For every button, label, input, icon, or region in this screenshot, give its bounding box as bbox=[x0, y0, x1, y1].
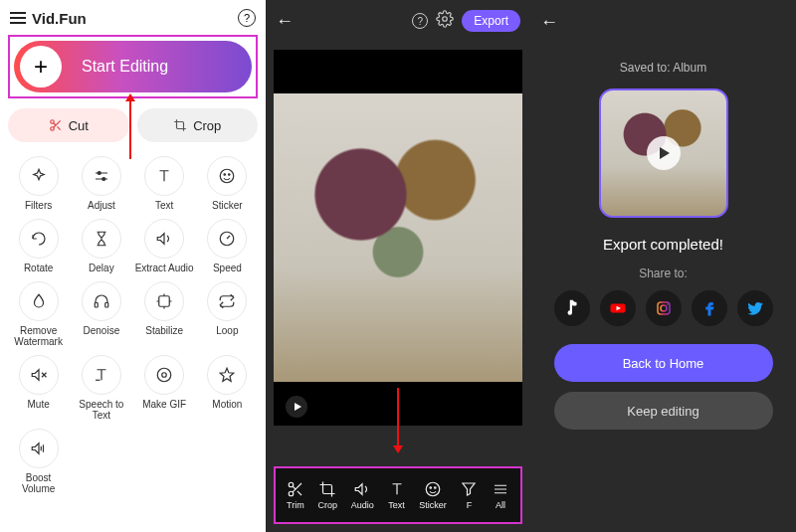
toolbar-sticker[interactable]: Sticker bbox=[419, 480, 447, 510]
keep-editing-button[interactable]: Keep editing bbox=[554, 392, 773, 430]
tool-label: Mute bbox=[28, 399, 50, 410]
tool-grid: FiltersAdjustTextStickerRotateDelayExtra… bbox=[8, 154, 258, 496]
tool-label: Speed bbox=[213, 263, 242, 273]
scissors-icon bbox=[287, 480, 304, 498]
start-editing-button[interactable]: + Start Editing bbox=[14, 41, 252, 92]
toolbar-text[interactable]: Text bbox=[388, 480, 406, 510]
export-complete-label: Export completed! bbox=[603, 236, 723, 253]
svg-rect-8 bbox=[95, 303, 98, 308]
share-facebook-button[interactable] bbox=[692, 290, 727, 326]
editor-panel: ← ? Export TrimCropAudioTextStickerFAll bbox=[266, 0, 530, 532]
tool-motion[interactable]: Motion bbox=[197, 353, 258, 423]
svg-point-0 bbox=[50, 120, 54, 124]
share-tiktok-button[interactable] bbox=[554, 290, 590, 326]
export-button[interactable]: Export bbox=[462, 10, 520, 32]
tool-label: Delay bbox=[89, 263, 114, 273]
tool-filters[interactable]: Filters bbox=[8, 154, 69, 213]
tool-label: Sticker bbox=[212, 200, 243, 211]
tool-make-gif[interactable]: Make GIF bbox=[134, 353, 195, 423]
gif-icon bbox=[144, 355, 184, 395]
audio-icon bbox=[353, 480, 371, 498]
text-icon bbox=[144, 156, 184, 196]
svg-point-3 bbox=[102, 178, 105, 181]
cut-button[interactable]: Cut bbox=[8, 108, 129, 142]
home-header: Vid.Fun ? bbox=[8, 5, 258, 35]
tool-label: Remove Watermark bbox=[8, 325, 69, 347]
tool-label: Make GIF bbox=[142, 399, 186, 410]
back-to-home-button[interactable]: Back to Home bbox=[554, 344, 773, 382]
share-instagram-button[interactable] bbox=[646, 290, 682, 326]
boost-icon bbox=[19, 429, 59, 468]
saved-to-label: Saved to: Album bbox=[620, 61, 706, 75]
tool-mute[interactable]: Mute bbox=[8, 353, 69, 423]
export-thumbnail[interactable] bbox=[599, 89, 728, 218]
svg-point-6 bbox=[229, 174, 231, 176]
toolbar-crop[interactable]: Crop bbox=[318, 480, 338, 510]
help-icon[interactable]: ? bbox=[412, 13, 428, 29]
svg-point-16 bbox=[426, 482, 440, 496]
settings-icon[interactable] bbox=[436, 10, 454, 32]
tool-loop[interactable]: Loop bbox=[197, 279, 258, 349]
home-panel: Vid.Fun ? + Start Editing Cut Crop Filte… bbox=[0, 0, 266, 532]
video-preview[interactable] bbox=[274, 50, 522, 426]
tool-label: Extract Audio bbox=[135, 263, 194, 273]
svg-point-21 bbox=[661, 305, 667, 311]
tool-adjust[interactable]: Adjust bbox=[71, 154, 131, 213]
tool-speed[interactable]: Speed bbox=[197, 217, 258, 275]
share-youtube-button[interactable] bbox=[600, 290, 636, 326]
crop-button[interactable]: Crop bbox=[137, 108, 259, 142]
hourglass-icon bbox=[82, 219, 121, 259]
svg-point-11 bbox=[157, 368, 171, 382]
tool-label: Speech to Text bbox=[71, 399, 131, 421]
svg-point-1 bbox=[50, 127, 54, 131]
share-twitter-button[interactable] bbox=[737, 290, 773, 326]
tool-boost-volume[interactable]: Boost Volume bbox=[8, 427, 69, 496]
crop-icon bbox=[318, 480, 336, 498]
share-to-label: Share to: bbox=[639, 266, 688, 280]
stabilize-icon bbox=[144, 281, 184, 321]
all-icon bbox=[492, 480, 509, 498]
sparkle-icon bbox=[19, 156, 59, 196]
svg-point-17 bbox=[430, 487, 432, 489]
play-icon[interactable] bbox=[286, 396, 307, 418]
tool-speech-to-text[interactable]: Speech to Text bbox=[71, 353, 131, 423]
svg-rect-9 bbox=[105, 303, 108, 308]
back-icon[interactable]: ← bbox=[276, 11, 294, 32]
tool-label: Boost Volume bbox=[8, 472, 69, 494]
tool-denoise[interactable]: Denoise bbox=[71, 279, 131, 349]
stt-icon bbox=[82, 355, 121, 395]
cut-crop-row: Cut Crop bbox=[8, 108, 258, 142]
tool-rotate[interactable]: Rotate bbox=[8, 217, 69, 275]
svg-point-14 bbox=[289, 482, 294, 487]
tool-label: Filters bbox=[25, 200, 52, 211]
tiktok-icon bbox=[563, 299, 581, 317]
text-icon bbox=[388, 480, 406, 498]
export-panel: ← Saved to: Album Export completed! Shar… bbox=[530, 0, 796, 532]
tool-sticker[interactable]: Sticker bbox=[197, 154, 258, 213]
toolbar-all[interactable]: All bbox=[492, 480, 509, 510]
twitter-icon bbox=[746, 299, 764, 317]
help-icon[interactable]: ? bbox=[238, 9, 256, 27]
loop-icon bbox=[207, 281, 247, 321]
tool-remove-watermark[interactable]: Remove Watermark bbox=[8, 279, 69, 349]
start-highlight: + Start Editing bbox=[8, 35, 258, 98]
tool-label: Stabilize bbox=[145, 325, 183, 336]
facebook-icon bbox=[700, 299, 718, 317]
toolbar-f[interactable]: F bbox=[460, 480, 478, 510]
toolbar-trim[interactable]: Trim bbox=[287, 480, 304, 510]
svg-point-15 bbox=[289, 491, 294, 496]
back-icon[interactable]: ← bbox=[540, 12, 558, 33]
tool-text[interactable]: Text bbox=[134, 154, 195, 213]
social-row bbox=[554, 290, 773, 326]
headphones-icon bbox=[82, 281, 121, 321]
svg-point-13 bbox=[443, 17, 448, 22]
speed-icon bbox=[207, 219, 247, 259]
audio-icon bbox=[144, 219, 184, 259]
toolbar-audio[interactable]: Audio bbox=[351, 480, 374, 510]
menu-icon[interactable] bbox=[10, 12, 26, 24]
tool-delay[interactable]: Delay bbox=[71, 217, 131, 275]
tool-extract-audio[interactable]: Extract Audio bbox=[134, 217, 195, 275]
play-icon bbox=[647, 136, 681, 170]
star-icon bbox=[207, 355, 247, 395]
tool-stabilize[interactable]: Stabilize bbox=[134, 279, 195, 349]
